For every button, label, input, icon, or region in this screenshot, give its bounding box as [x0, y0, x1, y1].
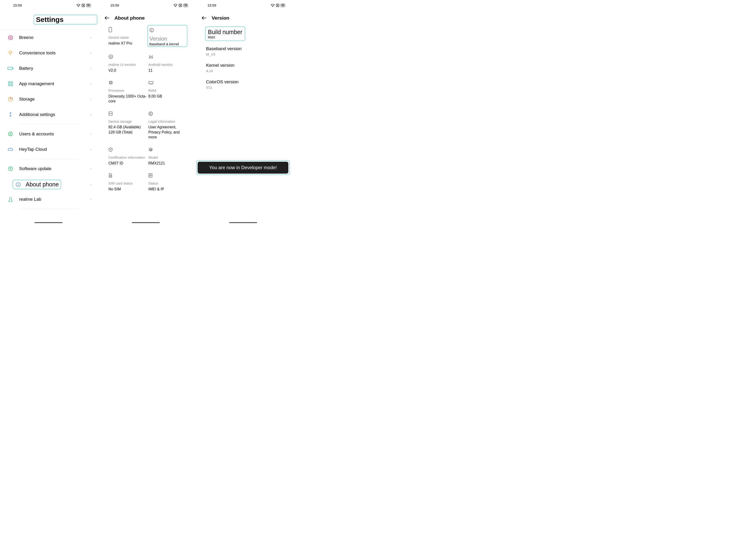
cloud-icon [7, 146, 14, 153]
version-item-kernel[interactable]: Kernel version 4.14 [206, 60, 285, 76]
item-label: Kernel version [206, 63, 285, 68]
settings-item-users[interactable]: Users & accounts › [0, 126, 97, 142]
developer-mode-toast: You are now in Developer mode! [198, 162, 288, 174]
version-list: Build number RMX Baseband version M_V3 K… [194, 26, 292, 93]
nav-handle[interactable] [34, 222, 63, 223]
svg-line-33 [149, 55, 150, 56]
cell-version-highlight[interactable]: Version Baseband & kernel [148, 25, 187, 47]
item-label: ColorOS version [206, 79, 285, 84]
nav-handle[interactable] [229, 222, 257, 223]
cell-device-name[interactable]: Device name realme X7 Pro [108, 26, 147, 47]
version-item-coloros[interactable]: ColorOS version V11 [206, 76, 285, 93]
svg-point-24 [175, 6, 176, 7]
cell-value: User Agreement, Privacy Policy, and more [149, 124, 186, 140]
settings-item-apps[interactable]: App management › [0, 76, 97, 91]
settings-item-lab[interactable]: realme Lab › [0, 192, 97, 207]
cell-value: No SIM [108, 187, 147, 192]
convenience-icon [7, 50, 14, 57]
info-icon [149, 27, 185, 33]
layers-icon [149, 146, 186, 153]
android-icon [149, 54, 186, 60]
settings-label: Users & accounts [19, 131, 90, 136]
no-sim-icon [179, 4, 182, 7]
svg-point-31 [152, 29, 152, 29]
toast-highlight: You are now in Developer mode! [196, 160, 290, 175]
chevron-right-icon: › [90, 132, 91, 136]
svg-rect-28 [109, 27, 112, 32]
settings-item-breeno[interactable]: Breeno › [0, 30, 97, 45]
cell-sim[interactable]: SIM card status No SIM [108, 172, 147, 192]
status-bar: 15:59 58 [194, 0, 292, 8]
cell-ui-version[interactable]: realme UI version V2.0 [108, 54, 147, 73]
cell-ram[interactable]: RAM 8.00 GB [149, 79, 186, 104]
svg-line-34 [152, 55, 153, 56]
settings-item-convenience[interactable]: Convenience tools › [0, 45, 97, 61]
additional-icon [7, 111, 14, 118]
settings-label: Convenience tools [19, 51, 90, 56]
page-title: Version [211, 15, 229, 21]
chevron-right-icon: › [90, 167, 91, 171]
version-item-baseband[interactable]: Baseband version M_V3 [206, 43, 285, 60]
doc-icon [149, 172, 186, 179]
item-value: V11 [206, 85, 285, 89]
cell-value: V2.0 [108, 68, 147, 73]
phone-icon [108, 26, 147, 33]
shield-icon [108, 146, 147, 153]
settings-label: Battery [19, 66, 90, 71]
svg-rect-38 [110, 82, 111, 83]
nav-handle[interactable] [132, 222, 160, 223]
cell-legal[interactable]: Legal information User Agreement, Privac… [149, 110, 186, 140]
cell-label: Legal information [149, 119, 186, 124]
item-value: 4.14 [206, 69, 285, 73]
cell-certification[interactable]: Certification information CMIIT ID [108, 146, 147, 166]
chevron-right-icon: › [90, 147, 91, 152]
settings-item-additional[interactable]: Additional settings › [0, 107, 97, 122]
cell-android[interactable]: Android version 11 [149, 54, 186, 73]
cell-label: Android version [149, 62, 186, 67]
status-time: 15:59 [207, 3, 216, 7]
cell-value: realme X7 Pro [108, 41, 147, 46]
no-sim-icon [276, 4, 279, 7]
settings-item-cloud[interactable]: HeyTap Cloud › [0, 142, 97, 157]
cell-label: Device storage [108, 119, 147, 124]
cell-status[interactable]: Status IMEI & IP [149, 172, 186, 192]
cell-storage[interactable]: Device storage 92.4 GB (Available) 128 G… [108, 110, 147, 140]
svg-rect-39 [149, 81, 153, 84]
copyright-icon [149, 110, 186, 117]
page-title: Settings [36, 16, 95, 23]
svg-point-51 [272, 6, 273, 7]
svg-rect-46 [110, 175, 111, 176]
settings-item-storage[interactable]: Storage › [0, 91, 97, 107]
cell-value: Baseband & kernel [149, 42, 185, 46]
version-screen: 15:59 58 Version Build number RMX Baseba… [194, 0, 292, 224]
settings-label: App management [19, 81, 90, 86]
build-number-highlight[interactable]: Build number RMX [205, 26, 245, 41]
status-icons: 58 [77, 4, 91, 7]
battery-icon: 58 [281, 4, 285, 7]
ram-icon [149, 79, 186, 86]
svg-point-17 [10, 115, 11, 116]
cell-label: Device name [108, 35, 147, 40]
status-bar: 15:59 58 [0, 0, 97, 8]
build-number-label: Build number [208, 29, 242, 35]
settings-item-about-phone[interactable]: About phone › [0, 176, 97, 192]
settings-item-update[interactable]: Software update › [0, 161, 97, 176]
update-icon [7, 165, 14, 172]
svg-rect-12 [11, 82, 13, 83]
cell-label: Status [149, 181, 186, 186]
cell-model[interactable]: Model RMX2121 [149, 146, 186, 166]
svg-rect-14 [11, 84, 13, 86]
chevron-right-icon: › [90, 197, 91, 201]
status-icons: 58 [271, 4, 285, 7]
breeno-icon [7, 34, 14, 41]
svg-point-18 [8, 132, 13, 136]
back-button[interactable] [104, 15, 109, 20]
build-number-value: RMX [208, 35, 242, 39]
divider [19, 159, 79, 159]
cell-value: RMX2121 [149, 161, 186, 166]
settings-item-battery[interactable]: Battery › [0, 61, 97, 76]
svg-rect-11 [8, 82, 10, 83]
back-button[interactable] [201, 15, 206, 20]
cell-processor[interactable]: Processor Dimensity 1000+ Octa-core [108, 79, 147, 104]
cell-value: 8.00 GB [149, 94, 186, 99]
